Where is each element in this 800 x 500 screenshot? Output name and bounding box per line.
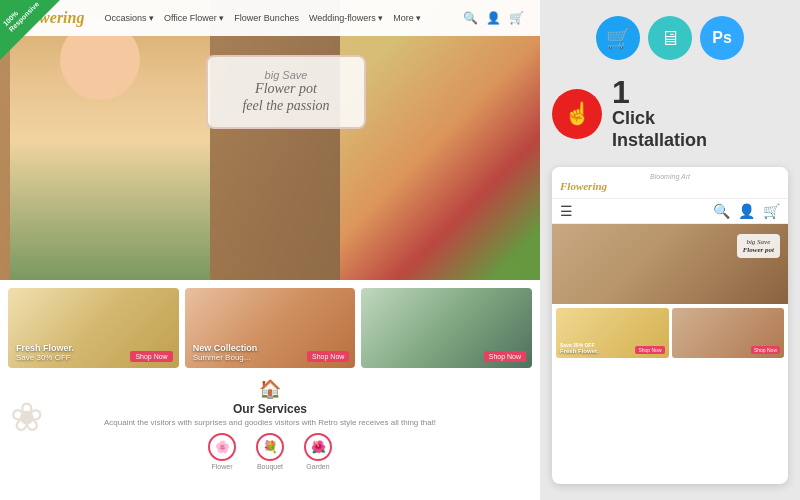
mobile-nav-bar: ☰ 🔍 👤 🛒 [552, 199, 788, 224]
click-label: ClickInstallation [612, 108, 707, 151]
hero-section: big Save Flower pot feel the passion [0, 0, 540, 280]
service-label-3: Garden [304, 463, 332, 470]
services-section: 🏠 Our Services Acquaint the visitors wit… [0, 370, 540, 474]
mobile-brand-logo: Flowering [560, 180, 780, 192]
mobile-card-1-title: Fresh Flower. [560, 348, 599, 354]
services-icon: 🏠 [16, 378, 524, 400]
service-label-1: Flower [208, 463, 236, 470]
cursor-icon: ☝ [564, 101, 591, 127]
card-3-btn[interactable]: Shop Now [484, 351, 526, 362]
photoshop-circle-icon[interactable]: Ps [700, 16, 744, 60]
card-1-text: Fresh Flower. Save 30% OFF [16, 343, 74, 362]
flowers-right [340, 0, 540, 280]
mobile-card-1-btn[interactable]: Shop Now [635, 346, 664, 354]
product-card-1: Fresh Flower. Save 30% OFF Shop Now [8, 288, 179, 368]
desktop-circle-icon[interactable]: 🖥 [648, 16, 692, 60]
mobile-menu-icon[interactable]: ☰ [560, 203, 573, 219]
nav-office[interactable]: Office Flower ▾ [164, 13, 224, 23]
service-label-2: Bouquet [256, 463, 284, 470]
mobile-cart-icon[interactable]: 🛒 [763, 203, 780, 219]
nav-links: Occasions ▾ Office Flower ▾ Flower Bunch… [104, 13, 463, 23]
service-circle-3: 🌺 [304, 433, 332, 461]
mobile-search-icon[interactable]: 🔍 [713, 203, 730, 219]
search-icon[interactable]: 🔍 [463, 11, 478, 25]
click-install-text: 1 ClickInstallation [612, 76, 707, 151]
mobile-tagline: Blooming Art [560, 173, 780, 180]
mobile-card-1-sub: Save 30% OFF [560, 342, 594, 348]
nav-wedding[interactable]: Wedding-flowers ▾ [309, 13, 383, 23]
nav-occasions[interactable]: Occasions ▾ [104, 13, 154, 23]
card-2-title: New Collection [193, 343, 258, 353]
navbar: Flowering Occasions ▾ Office Flower ▾ Fl… [0, 0, 540, 36]
mobile-preview: Blooming Art Flowering ☰ 🔍 👤 🛒 big Save … [552, 167, 788, 484]
product-card-3: Shop Now [361, 288, 532, 368]
service-circle-2: 💐 [256, 433, 284, 461]
service-icons-row: 🌸 Flower 💐 Bouquet 🌺 Garden [16, 433, 524, 470]
service-circle-1: 🌸 [208, 433, 236, 461]
cart-icon[interactable]: 🛒 [509, 11, 524, 25]
card-2-subtitle: Summer Boug... [193, 353, 258, 362]
card-2-text: New Collection Summer Boug... [193, 343, 258, 362]
click-number: 1 [612, 76, 707, 108]
service-item-2: 💐 Bouquet [256, 433, 284, 470]
services-title: Our Services [16, 402, 524, 416]
mobile-user-icon[interactable]: 👤 [738, 203, 755, 219]
mobile-hero-text: big Save Flower pot [737, 234, 780, 258]
top-icons-row: 🛒 🖥 Ps [552, 16, 788, 60]
mobile-cards-row: Fresh Flower. Save 30% OFF Shop Now Shop… [552, 304, 788, 362]
card-1-title: Fresh Flower. [16, 343, 74, 353]
service-item-1: 🌸 Flower [208, 433, 236, 470]
mobile-card-1: Fresh Flower. Save 30% OFF Shop Now [556, 308, 669, 358]
service-item-3: 🌺 Garden [304, 433, 332, 470]
mobile-hero: big Save Flower pot [552, 224, 788, 304]
responsive-badge: 100% Responsive [0, 0, 60, 60]
product-cards-row: Fresh Flower. Save 30% OFF Shop Now New … [0, 280, 540, 370]
hero-text-box: big Save Flower pot feel the passion [206, 55, 366, 129]
right-panel: 🛒 🖥 Ps ☝ 1 ClickInstallation Blooming Ar… [540, 0, 800, 500]
mobile-card-2: Shop Now [672, 308, 785, 358]
card-2-btn[interactable]: Shop Now [307, 351, 349, 362]
user-icon[interactable]: 👤 [486, 11, 501, 25]
product-card-2: New Collection Summer Boug... Shop Now [185, 288, 356, 368]
hero-main-text: Flower pot feel the passion [228, 81, 344, 115]
hero-small-text: big Save [228, 69, 344, 81]
nav-flower-bunches[interactable]: Flower Bunches [234, 13, 299, 23]
services-desc: Acquaint the visitors with surprises and… [16, 418, 524, 427]
click-install-row: ☝ 1 ClickInstallation [552, 76, 788, 151]
click-install-button[interactable]: ☝ [552, 89, 602, 139]
card-1-btn[interactable]: Shop Now [130, 351, 172, 362]
nav-more[interactable]: More ▾ [393, 13, 421, 23]
mobile-card-2-btn[interactable]: Shop Now [751, 346, 780, 354]
flower-decoration: ❀ [10, 394, 44, 440]
card-1-subtitle: Save 30% OFF [16, 353, 74, 362]
cart-circle-icon[interactable]: 🛒 [596, 16, 640, 60]
left-panel: 100% Responsive Flowering Occasions ▾ Of… [0, 0, 540, 500]
nav-icon-group: 🔍 👤 🛒 [463, 11, 524, 25]
mobile-header: Blooming Art Flowering [552, 167, 788, 199]
